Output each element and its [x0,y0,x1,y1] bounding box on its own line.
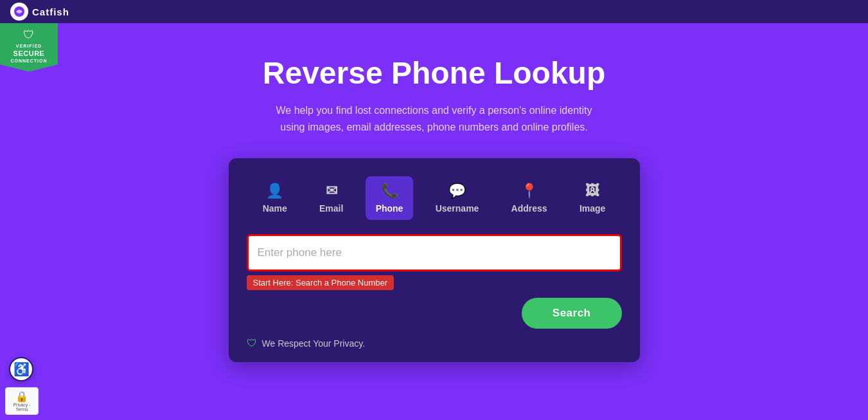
page-subtitle: We help you find lost connections and ve… [267,102,601,135]
tab-name-label: Name [263,203,287,214]
recaptcha-logo: 🔒 [8,390,35,403]
tab-name[interactable]: 👤 Name [252,176,297,220]
verified-text: VERIFIED [4,43,54,49]
email-icon: ✉ [326,183,337,199]
connection-text: CONNECTION [4,58,54,64]
secure-text: SECURE [4,49,54,58]
privacy-text: We Respect Your Privacy. [262,338,366,349]
tab-image[interactable]: 🖼 Image [569,176,616,220]
page-title: Reverse Phone Lookup [263,55,605,91]
search-row: Search [247,298,622,329]
secure-badge: 🛡 VERIFIED SECURE CONNECTION [0,23,58,71]
tab-phone[interactable]: 📞 Phone [366,176,414,220]
tab-image-label: Image [580,203,605,214]
tabs-container: 👤 Name ✉ Email 📞 Phone 💬 Username 📍 Addr… [247,176,622,220]
search-card: 👤 Name ✉ Email 📞 Phone 💬 Username 📍 Addr… [229,158,640,362]
tab-email[interactable]: ✉ Email [309,176,353,220]
name-icon: 👤 [266,183,283,199]
tab-username[interactable]: 💬 Username [425,176,490,220]
privacy-shield-icon: 🛡 [247,338,257,349]
shield-icon: 🛡 [4,28,54,42]
tab-address[interactable]: 📍 Address [501,176,558,220]
tab-username-label: Username [436,203,479,214]
navbar: Catfish [0,0,868,23]
phone-input-wrapper [247,234,622,271]
accessibility-button[interactable]: ♿ [9,357,33,381]
image-icon: 🖼 [585,183,599,199]
tab-phone-label: Phone [376,203,403,214]
error-hint: Start Here: Search a Phone Number [247,275,394,290]
tab-address-label: Address [511,203,547,214]
recaptcha-privacy-text: Privacy - Terms [8,403,35,412]
phone-input[interactable] [249,236,620,269]
address-icon: 📍 [520,183,538,199]
tab-email-label: Email [319,203,343,214]
main-content: Reverse Phone Lookup We help you find lo… [0,23,868,420]
navbar-logo: Catfish [10,3,69,21]
privacy-row: 🛡 We Respect Your Privacy. [247,338,622,349]
phone-icon: 📞 [381,183,398,199]
recaptcha-box: 🔒 Privacy - Terms [5,387,39,415]
search-button[interactable]: Search [522,298,622,329]
logo-text: Catfish [32,6,69,17]
username-icon: 💬 [448,183,466,199]
logo-icon [10,3,28,21]
